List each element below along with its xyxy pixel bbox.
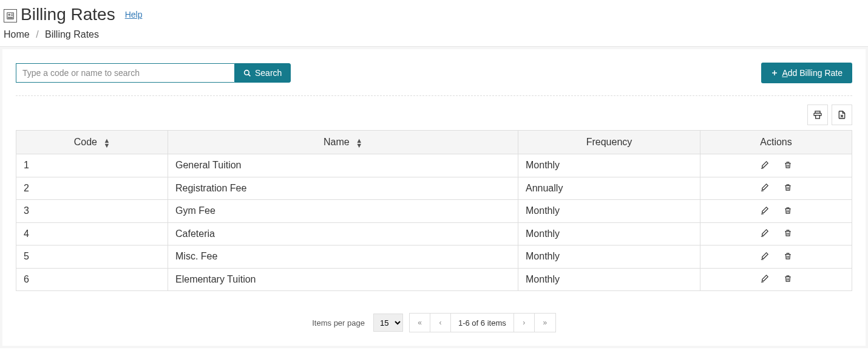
pager-last-button[interactable]: » bbox=[535, 314, 555, 332]
billing-rates-table: Code ▲▼ Name ▲▼ Frequency Actions 1Gener… bbox=[16, 130, 852, 291]
table-row: 1General TuitionMonthly bbox=[16, 154, 852, 177]
trash-icon bbox=[784, 228, 792, 238]
edit-button[interactable] bbox=[759, 250, 770, 261]
cell-actions bbox=[700, 177, 852, 200]
add-billing-rate-button[interactable]: Add Billing Rate bbox=[761, 63, 852, 83]
cell-frequency: Monthly bbox=[518, 245, 700, 269]
table-row: 2Registration FeeAnnually bbox=[16, 177, 852, 200]
breadcrumb: Home / Billing Rates bbox=[4, 29, 864, 40]
cell-code: 5 bbox=[16, 245, 168, 269]
sort-icon: ▲▼ bbox=[103, 138, 110, 148]
cell-code: 4 bbox=[16, 222, 168, 245]
svg-point-1 bbox=[8, 14, 10, 15]
cell-name: General Tuition bbox=[168, 154, 518, 177]
breadcrumb-current: Billing Rates bbox=[45, 29, 99, 39]
cell-name: Misc. Fee bbox=[168, 245, 518, 269]
pager-range: 1-6 of 6 items bbox=[451, 314, 514, 332]
edit-icon bbox=[760, 183, 769, 192]
page-title: Billing Rates bbox=[4, 5, 115, 24]
edit-icon bbox=[760, 206, 769, 215]
breadcrumb-home[interactable]: Home bbox=[4, 29, 30, 39]
cell-frequency: Annually bbox=[518, 177, 700, 200]
chevron-double-left-icon: « bbox=[418, 318, 422, 327]
file-export-icon bbox=[837, 110, 847, 120]
pager-next-button[interactable]: › bbox=[514, 314, 535, 332]
pager-first-button[interactable]: « bbox=[410, 314, 430, 332]
delete-button[interactable] bbox=[782, 159, 793, 170]
svg-point-6 bbox=[245, 70, 249, 75]
delete-button[interactable] bbox=[782, 205, 793, 216]
cell-code: 6 bbox=[16, 268, 168, 291]
cell-name: Cafeteria bbox=[168, 222, 518, 245]
cell-name: Registration Fee bbox=[168, 177, 518, 200]
cell-actions bbox=[700, 200, 852, 223]
cell-code: 2 bbox=[16, 177, 168, 200]
page-title-text: Billing Rates bbox=[21, 5, 115, 24]
edit-icon bbox=[760, 160, 769, 170]
table-row: 3Gym FeeMonthly bbox=[16, 200, 852, 223]
table-row: 5Misc. FeeMonthly bbox=[16, 245, 852, 269]
table-row: 4CafeteriaMonthly bbox=[16, 222, 852, 245]
items-per-page-label: Items per page bbox=[312, 318, 365, 328]
trash-icon bbox=[784, 274, 792, 283]
edit-icon bbox=[760, 252, 769, 261]
search-icon bbox=[243, 69, 251, 77]
edit-button[interactable] bbox=[759, 273, 770, 284]
search-group: Search bbox=[16, 63, 291, 83]
help-link[interactable]: Help bbox=[125, 10, 143, 19]
print-icon bbox=[813, 110, 822, 120]
cell-code: 3 bbox=[16, 200, 168, 223]
cell-actions bbox=[700, 154, 852, 177]
cell-code: 1 bbox=[16, 154, 168, 177]
sort-icon: ▲▼ bbox=[356, 138, 362, 148]
billing-icon bbox=[4, 9, 17, 22]
items-per-page-select[interactable]: 15 bbox=[373, 314, 403, 332]
print-button[interactable] bbox=[807, 105, 828, 125]
edit-button[interactable] bbox=[759, 159, 770, 170]
plus-icon bbox=[771, 69, 778, 77]
trash-icon bbox=[784, 252, 792, 261]
search-input[interactable] bbox=[16, 63, 234, 83]
cell-frequency: Monthly bbox=[518, 268, 700, 291]
trash-icon bbox=[784, 160, 792, 170]
chevron-left-icon: ‹ bbox=[439, 318, 441, 327]
edit-icon bbox=[760, 274, 769, 283]
trash-icon bbox=[784, 183, 792, 192]
delete-button[interactable] bbox=[782, 182, 793, 193]
search-button[interactable]: Search bbox=[234, 63, 291, 83]
cell-name: Gym Fee bbox=[168, 200, 518, 223]
trash-icon bbox=[784, 206, 792, 215]
breadcrumb-separator: / bbox=[36, 29, 38, 39]
chevron-double-right-icon: » bbox=[543, 318, 547, 327]
pager-prev-button[interactable]: ‹ bbox=[430, 314, 451, 332]
pager: Items per page 15 « ‹ 1-6 of 6 items › » bbox=[16, 313, 852, 332]
svg-rect-11 bbox=[816, 115, 820, 118]
cell-frequency: Monthly bbox=[518, 154, 700, 177]
cell-actions bbox=[700, 222, 852, 245]
export-excel-button[interactable] bbox=[832, 105, 852, 125]
svg-line-7 bbox=[248, 74, 250, 76]
cell-name: Elementary Tuition bbox=[168, 268, 518, 291]
table-row: 6Elementary TuitionMonthly bbox=[16, 268, 852, 291]
delete-button[interactable] bbox=[782, 228, 793, 239]
delete-button[interactable] bbox=[782, 250, 793, 261]
column-header-actions: Actions bbox=[700, 131, 852, 154]
add-button-label: Add Billing Rate bbox=[782, 68, 843, 78]
column-header-frequency: Frequency bbox=[518, 131, 700, 154]
edit-button[interactable] bbox=[759, 228, 770, 239]
edit-icon bbox=[760, 228, 769, 238]
cell-actions bbox=[700, 245, 852, 269]
search-button-label: Search bbox=[255, 68, 282, 78]
delete-button[interactable] bbox=[782, 273, 793, 284]
edit-button[interactable] bbox=[759, 182, 770, 193]
edit-button[interactable] bbox=[759, 205, 770, 216]
cell-frequency: Monthly bbox=[518, 222, 700, 245]
column-header-name[interactable]: Name ▲▼ bbox=[168, 131, 518, 154]
cell-frequency: Monthly bbox=[518, 200, 700, 223]
column-header-code[interactable]: Code ▲▼ bbox=[16, 131, 168, 154]
cell-actions bbox=[700, 268, 852, 291]
chevron-right-icon: › bbox=[523, 318, 525, 327]
